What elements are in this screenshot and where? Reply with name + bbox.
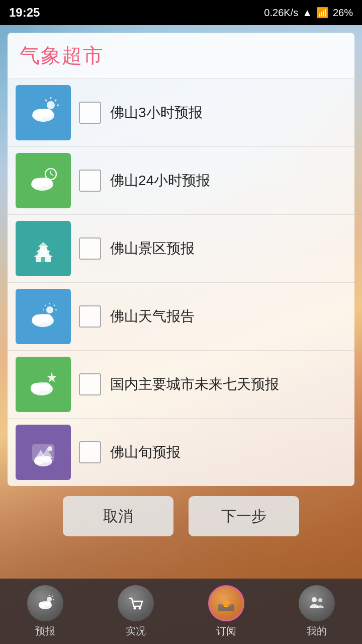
svg-point-32 bbox=[41, 382, 51, 391]
svg-line-27 bbox=[54, 305, 55, 306]
item-icon-4 bbox=[16, 289, 71, 344]
tab-mine-icon bbox=[299, 585, 335, 621]
page-title: 气象超市 bbox=[20, 44, 104, 66]
list-item[interactable]: 佛山景区预报 bbox=[8, 215, 354, 283]
svg-point-49 bbox=[139, 607, 141, 609]
svg-point-54 bbox=[318, 598, 322, 602]
list-item[interactable]: 国内主要城市未来七天预报 bbox=[8, 351, 354, 419]
svg-point-43 bbox=[45, 601, 51, 606]
svg-marker-19 bbox=[38, 242, 49, 247]
status-right: 0.26K/s ▲ 📶 26% bbox=[264, 7, 353, 19]
svg-point-37 bbox=[47, 446, 52, 451]
signal-icon: 📶 bbox=[316, 7, 329, 19]
tab-live[interactable]: 实况 bbox=[96, 585, 176, 638]
item-label-5: 国内主要城市未来七天预报 bbox=[110, 375, 279, 394]
svg-point-3 bbox=[47, 101, 55, 109]
item-checkbox-6[interactable] bbox=[79, 441, 101, 463]
header-card: 气象超市 bbox=[8, 33, 354, 79]
network-speed: 0.26K/s bbox=[264, 7, 298, 19]
tab-subscribe[interactable]: 订阅 bbox=[186, 585, 266, 638]
tab-mine-label: 我的 bbox=[307, 624, 327, 638]
status-time: 19:25 bbox=[9, 6, 40, 20]
main-container: 气象超市 佛山3小时预报 bbox=[8, 33, 354, 612]
tab-subscribe-icon bbox=[208, 585, 244, 621]
svg-line-28 bbox=[45, 305, 46, 306]
tab-bar: 预报 实况 订阅 bbox=[0, 579, 362, 644]
list-item[interactable]: 佛山天气报告 bbox=[8, 283, 354, 351]
svg-point-24 bbox=[46, 306, 53, 313]
item-checkbox-2[interactable] bbox=[79, 170, 101, 192]
battery-label: 26% bbox=[333, 7, 353, 19]
svg-point-48 bbox=[134, 607, 136, 609]
button-row: 取消 下一步 bbox=[8, 486, 354, 541]
item-label-2: 佛山24小时预报 bbox=[110, 171, 210, 190]
svg-line-47 bbox=[52, 596, 53, 597]
list-item[interactable]: 佛山旬预报 bbox=[8, 419, 354, 486]
svg-point-23 bbox=[42, 314, 52, 323]
svg-line-6 bbox=[55, 100, 56, 101]
tab-mine[interactable]: 我的 bbox=[277, 585, 357, 638]
wifi-icon: ▲ bbox=[302, 7, 312, 19]
item-icon-3 bbox=[16, 221, 71, 276]
list-item[interactable]: 佛山24小时预报 bbox=[8, 147, 354, 215]
tab-live-label: 实况 bbox=[126, 624, 146, 638]
item-icon-5 bbox=[16, 357, 71, 412]
next-button[interactable]: 下一步 bbox=[189, 496, 299, 536]
item-checkbox-1[interactable] bbox=[79, 102, 101, 124]
item-icon-2 bbox=[16, 153, 71, 208]
item-label-1: 佛山3小时预报 bbox=[110, 103, 203, 122]
item-checkbox-4[interactable] bbox=[79, 305, 101, 328]
tab-forecast-label: 预报 bbox=[35, 624, 55, 638]
status-bar: 19:25 0.26K/s ▲ 📶 26% bbox=[0, 0, 362, 25]
list-item[interactable]: 佛山3小时预报 bbox=[8, 79, 354, 147]
cancel-button[interactable]: 取消 bbox=[63, 496, 173, 536]
tab-forecast[interactable]: 预报 bbox=[5, 585, 85, 638]
svg-point-44 bbox=[47, 597, 52, 602]
svg-point-42 bbox=[39, 602, 46, 608]
item-label-6: 佛山旬预报 bbox=[110, 443, 180, 462]
tab-live-icon bbox=[118, 585, 154, 621]
item-checkbox-3[interactable] bbox=[79, 237, 101, 260]
svg-rect-20 bbox=[41, 257, 45, 262]
item-icon-1 bbox=[16, 85, 71, 140]
item-label-3: 佛山景区预报 bbox=[110, 239, 195, 258]
svg-point-53 bbox=[312, 597, 317, 602]
item-checkbox-5[interactable] bbox=[79, 373, 101, 395]
item-list: 佛山3小时预报 佛山24小时预报 bbox=[8, 79, 354, 486]
svg-line-7 bbox=[45, 100, 47, 101]
svg-line-13 bbox=[51, 174, 53, 176]
svg-marker-33 bbox=[47, 372, 57, 382]
item-icon-6 bbox=[16, 425, 71, 480]
tab-subscribe-label: 订阅 bbox=[216, 624, 236, 638]
svg-point-39 bbox=[34, 456, 44, 464]
svg-point-40 bbox=[43, 456, 51, 463]
svg-point-52 bbox=[219, 602, 234, 606]
svg-point-2 bbox=[43, 109, 53, 118]
tab-forecast-icon bbox=[27, 585, 63, 621]
item-label-4: 佛山天气报告 bbox=[110, 307, 195, 326]
